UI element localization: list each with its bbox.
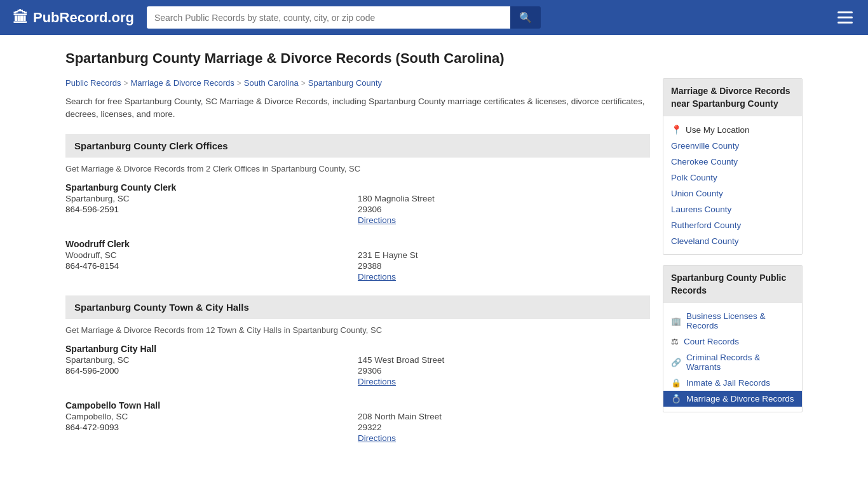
record-phone: 864-472-9093 bbox=[65, 423, 358, 432]
list-item: Laurens County bbox=[663, 201, 802, 217]
nearby-counties-box: Marriage & Divorce Records near Spartanb… bbox=[663, 78, 803, 255]
breadcrumb-sep-2: > bbox=[237, 79, 241, 88]
record-location: Spartanburg, SC 864-596-2000 145 West Br… bbox=[65, 355, 650, 386]
pin-icon: 📍 bbox=[671, 125, 682, 135]
record-address: 231 E Hayne St bbox=[358, 250, 650, 260]
record-phone: 864-596-2000 bbox=[65, 366, 358, 376]
inmate-icon: 🔒 bbox=[671, 378, 681, 388]
criminal-records-link[interactable]: Criminal Records & Warrants bbox=[686, 353, 794, 372]
list-item: Cherokee County bbox=[663, 154, 802, 170]
record-entry: Campobello Town Hall Campobello, SC 864-… bbox=[65, 400, 650, 443]
record-location: Woodruff, SC 864-476-8154 231 E Hayne St… bbox=[65, 250, 650, 281]
record-city: Spartanburg, SC bbox=[65, 194, 358, 203]
record-left: Spartanburg, SC 864-596-2591 bbox=[65, 194, 358, 225]
public-records-list: 🏢 Business Licenses & Records ⚖ Court Re… bbox=[663, 303, 802, 412]
main-content: Public Records > Marriage & Divorce Reco… bbox=[65, 78, 650, 457]
menu-button[interactable] bbox=[835, 9, 855, 26]
list-item: Union County bbox=[663, 186, 802, 201]
inmate-records-link[interactable]: Inmate & Jail Records bbox=[686, 378, 770, 388]
town-city-halls-desc: Get Marriage & Divorce Records from 12 T… bbox=[65, 325, 650, 335]
record-left: Woodruff, SC 864-476-8154 bbox=[65, 250, 358, 281]
record-entry: Woodruff Clerk Woodruff, SC 864-476-8154… bbox=[65, 239, 650, 281]
rutherford-county-link[interactable]: Rutherford County bbox=[671, 220, 741, 230]
page-description: Search for free Spartanburg County, SC M… bbox=[65, 95, 650, 121]
record-entry: Spartanburg County Clerk Spartanburg, SC… bbox=[65, 182, 650, 225]
business-icon: 🏢 bbox=[671, 316, 681, 326]
record-zip: 29306 bbox=[358, 366, 650, 376]
public-records-header: Spartanburg County Public Records bbox=[663, 266, 802, 303]
record-name: Campobello Town Hall bbox=[65, 400, 650, 410]
record-right: 231 E Hayne St 29388 Directions bbox=[358, 250, 650, 281]
record-address: 180 Magnolia Street bbox=[358, 194, 650, 203]
content-layout: Public Records > Marriage & Divorce Reco… bbox=[65, 78, 803, 457]
record-zip: 29322 bbox=[358, 423, 650, 432]
public-records-box: Spartanburg County Public Records 🏢 Busi… bbox=[663, 265, 803, 412]
cleveland-county-link[interactable]: Cleveland County bbox=[671, 236, 739, 246]
list-item: Polk County bbox=[663, 170, 802, 186]
marriage-icon: 💍 bbox=[671, 394, 681, 403]
search-button[interactable]: 🔍 bbox=[510, 6, 541, 29]
record-phone: 864-476-8154 bbox=[65, 261, 358, 271]
page-wrapper: Spartanburg County Marriage & Divorce Re… bbox=[53, 35, 815, 472]
nearby-counties-header: Marriage & Divorce Records near Spartanb… bbox=[663, 79, 802, 116]
record-right: 208 North Main Street 29322 Directions bbox=[358, 412, 650, 443]
record-phone: 864-596-2591 bbox=[65, 205, 358, 214]
record-name: Spartanburg County Clerk bbox=[65, 182, 650, 193]
logo-text: PubRecord.org bbox=[33, 10, 134, 26]
breadcrumb-sep-3: > bbox=[301, 79, 306, 88]
search-input[interactable] bbox=[147, 6, 510, 29]
union-county-link[interactable]: Union County bbox=[671, 189, 723, 198]
directions-link[interactable]: Directions bbox=[358, 433, 650, 443]
record-entry: Spartanburg City Hall Spartanburg, SC 86… bbox=[65, 344, 650, 386]
record-city: Woodruff, SC bbox=[65, 250, 358, 260]
record-left: Spartanburg, SC 864-596-2000 bbox=[65, 355, 358, 386]
record-city: Spartanburg, SC bbox=[65, 355, 358, 365]
record-right: 180 Magnolia Street 29306 Directions bbox=[358, 194, 650, 225]
list-item-court: ⚖ Court Records bbox=[663, 334, 802, 349]
clerk-offices-header: Spartanburg County Clerk Offices bbox=[65, 134, 650, 158]
directions-link[interactable]: Directions bbox=[358, 272, 650, 281]
list-item-marriage[interactable]: 💍 Marriage & Divorce Records bbox=[663, 391, 802, 407]
greenville-county-link[interactable]: Greenville County bbox=[671, 141, 739, 151]
directions-link[interactable]: Directions bbox=[358, 215, 650, 225]
record-address: 145 West Broad Street bbox=[358, 355, 650, 365]
breadcrumb-public-records[interactable]: Public Records bbox=[65, 78, 121, 88]
logo-icon: 🏛 bbox=[13, 9, 28, 27]
use-location-item[interactable]: 📍 Use My Location bbox=[663, 121, 802, 138]
hamburger-line-1 bbox=[837, 11, 853, 13]
court-records-link[interactable]: Court Records bbox=[684, 337, 739, 346]
laurens-county-link[interactable]: Laurens County bbox=[671, 205, 731, 214]
polk-county-link[interactable]: Polk County bbox=[671, 173, 717, 182]
hamburger-line-3 bbox=[837, 22, 853, 24]
record-right: 145 West Broad Street 29306 Directions bbox=[358, 355, 650, 386]
hamburger-line-2 bbox=[837, 17, 853, 18]
site-logo[interactable]: 🏛 PubRecord.org bbox=[13, 9, 134, 27]
breadcrumb: Public Records > Marriage & Divorce Reco… bbox=[65, 78, 650, 88]
record-location: Campobello, SC 864-472-9093 208 North Ma… bbox=[65, 412, 650, 443]
business-licenses-link[interactable]: Business Licenses & Records bbox=[686, 311, 794, 330]
breadcrumb-sep-1: > bbox=[123, 79, 128, 88]
marriage-records-link[interactable]: Marriage & Divorce Records bbox=[686, 394, 794, 403]
breadcrumb-south-carolina[interactable]: South Carolina bbox=[244, 78, 299, 88]
page-title: Spartanburg County Marriage & Divorce Re… bbox=[65, 50, 803, 67]
list-item: Cleveland County bbox=[663, 233, 802, 249]
breadcrumb-spartanburg-county[interactable]: Spartanburg County bbox=[308, 78, 382, 88]
record-city: Campobello, SC bbox=[65, 412, 358, 421]
list-item-criminal: 🔗 Criminal Records & Warrants bbox=[663, 349, 802, 375]
clerk-offices-section: Spartanburg County Clerk Offices Get Mar… bbox=[65, 134, 650, 281]
town-city-halls-section: Spartanburg County Town & City Halls Get… bbox=[65, 295, 650, 443]
sidebar: Marriage & Divorce Records near Spartanb… bbox=[663, 78, 803, 423]
record-zip: 29388 bbox=[358, 261, 650, 271]
breadcrumb-marriage-divorce[interactable]: Marriage & Divorce Records bbox=[130, 78, 234, 88]
criminal-icon: 🔗 bbox=[671, 358, 681, 367]
list-item: Greenville County bbox=[663, 138, 802, 154]
directions-link[interactable]: Directions bbox=[358, 377, 650, 386]
record-zip: 29306 bbox=[358, 205, 650, 214]
clerk-offices-desc: Get Marriage & Divorce Records from 2 Cl… bbox=[65, 164, 650, 173]
town-city-halls-header: Spartanburg County Town & City Halls bbox=[65, 295, 650, 319]
cherokee-county-link[interactable]: Cherokee County bbox=[671, 157, 738, 166]
nearby-counties-list: 📍 Use My Location Greenville County Cher… bbox=[663, 116, 802, 254]
search-bar: 🔍 bbox=[147, 6, 541, 29]
record-name: Spartanburg City Hall bbox=[65, 344, 650, 354]
record-address: 208 North Main Street bbox=[358, 412, 650, 421]
